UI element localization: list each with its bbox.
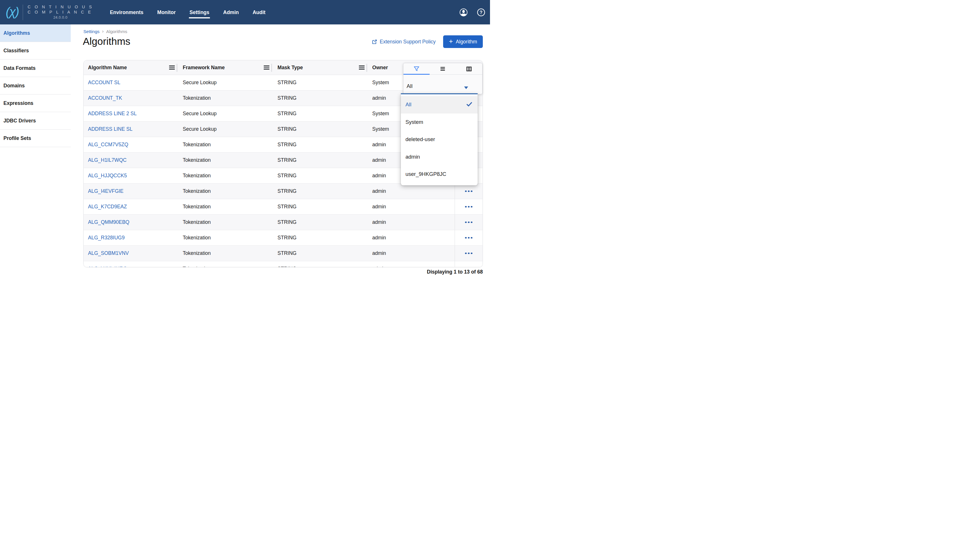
algorithm-name-link[interactable]: ALG_K7CD9EAZ	[84, 199, 177, 214]
add-algorithm-button[interactable]: + Algorithm	[443, 35, 483, 48]
column-menu-icon[interactable]	[264, 65, 270, 70]
row-actions-button[interactable]	[455, 215, 482, 230]
filter-panel-tabs	[404, 63, 482, 75]
filter-option-deleted-user[interactable]: deleted-user	[401, 131, 478, 148]
checkmark-icon	[466, 100, 473, 109]
column-menu-icon[interactable]	[359, 65, 365, 70]
algorithm-name-link[interactable]: ALG_R328IUG9	[84, 230, 177, 245]
navbar-icons: ?	[460, 8, 490, 16]
cell-framework: Tokenization	[177, 199, 272, 214]
nav-item-settings[interactable]: Settings	[189, 7, 210, 18]
app-root: (χ) C O N T I N U O U S C O M P L I A N …	[0, 0, 490, 277]
filter-option-admin[interactable]: admin	[401, 148, 478, 166]
table-row: ALG_I4EVFGIETokenizationSTRINGadmin	[84, 184, 482, 199]
caret-down-icon	[464, 86, 468, 89]
sidebar-item-expressions[interactable]: Expressions	[0, 94, 71, 112]
sidebar-item-algorithms[interactable]: Algorithms	[0, 24, 71, 42]
cell-framework: Secure Lookup	[177, 75, 272, 90]
cell-framework: Tokenization	[177, 137, 272, 152]
cell-mask-type: STRING	[272, 75, 367, 90]
algorithm-name-link[interactable]: ACCOUNT_TK	[84, 91, 177, 106]
algorithm-name-link[interactable]: ALG_V4YL4HRC	[84, 261, 177, 267]
algorithm-name-link[interactable]: ALG_CCM7V5ZQ	[84, 137, 177, 152]
help-icon[interactable]: ?	[477, 8, 485, 16]
tab-list[interactable]	[429, 63, 456, 75]
algorithm-name-link[interactable]: ALG_QMM90EBQ	[84, 215, 177, 230]
breadcrumb-settings-link[interactable]: Settings	[83, 29, 99, 34]
algorithm-name-link[interactable]: ALG_I4EVFGIE	[84, 184, 177, 199]
cell-framework: Tokenization	[177, 184, 272, 199]
cell-owner: admin	[367, 246, 455, 261]
nav-item-admin[interactable]: Admin	[223, 7, 239, 18]
add-algorithm-label: Algorithm	[456, 39, 477, 45]
algorithm-name-link[interactable]: ALG_H1IL7WQC	[84, 153, 177, 168]
nav-item-audit[interactable]: Audit	[252, 7, 266, 18]
sidebar-item-jdbc-drivers[interactable]: JDBC Drivers	[0, 112, 71, 130]
row-actions-button[interactable]	[455, 184, 482, 199]
version-label: 24.0.0.0	[28, 16, 93, 20]
breadcrumb-current: Algorithms	[106, 29, 127, 34]
filter-option-label: System	[405, 119, 423, 125]
top-navbar: (χ) C O N T I N U O U S C O M P L I A N …	[0, 0, 490, 24]
cell-mask-type: STRING	[272, 261, 367, 267]
filter-option-label: All	[405, 102, 412, 108]
table-row: ALG_SOBM1VNVTokenizationSTRINGadmin	[84, 246, 482, 261]
filter-option-system[interactable]: System	[401, 113, 478, 131]
brand-logo: (χ) C O N T I N U O U S C O M P L I A N …	[0, 0, 93, 24]
filter-option-all[interactable]: All	[401, 96, 478, 113]
policy-link-label: Extension Support Policy	[380, 39, 436, 45]
tab-columns[interactable]	[456, 63, 482, 75]
column-menu-icon[interactable]	[169, 65, 175, 70]
nav-item-monitor[interactable]: Monitor	[157, 7, 176, 18]
cell-framework: Secure Lookup	[177, 121, 272, 137]
wordmark-line2: C O M P L I A N C E	[28, 10, 93, 15]
row-actions-button[interactable]	[455, 246, 482, 261]
column-header-label: Mask Type	[278, 65, 303, 71]
cell-mask-type: STRING	[272, 137, 367, 152]
ellipsis-icon	[465, 253, 472, 254]
ellipsis-icon	[465, 221, 472, 223]
algorithm-name-link[interactable]: ADDRESS LINE 2 SL	[84, 106, 177, 121]
columns-icon	[466, 66, 472, 72]
settings-sidebar: AlgorithmsClassifiersData FormatsDomains…	[0, 24, 71, 277]
cell-framework: Tokenization	[177, 153, 272, 168]
algorithm-name-link[interactable]: ALG_HJJQCCK5	[84, 168, 177, 183]
algorithm-name-link[interactable]: ADDRESS LINE SL	[84, 121, 177, 137]
filter-funnel-icon	[413, 65, 420, 72]
column-header-label: Algorithm Name	[88, 65, 127, 71]
sidebar-item-data-formats[interactable]: Data Formats	[0, 59, 71, 77]
row-actions-button[interactable]	[455, 230, 482, 245]
ellipsis-icon	[465, 191, 472, 192]
cell-mask-type: STRING	[272, 246, 367, 261]
cell-framework: Secure Lookup	[177, 106, 272, 121]
extension-support-policy-link[interactable]: Extension Support Policy	[372, 39, 436, 45]
cell-mask-type: STRING	[272, 199, 367, 214]
delphix-logo-icon: (χ)	[6, 5, 19, 19]
column-header-mask-type: Mask Type	[272, 60, 367, 75]
filter-option-label: admin	[405, 154, 420, 160]
algorithm-name-link[interactable]: ACCOUNT SL	[84, 75, 177, 90]
sidebar-item-classifiers[interactable]: Classifiers	[0, 42, 71, 59]
owner-filter-select[interactable]: All	[404, 75, 482, 94]
table-row: ALG_R328IUG9TokenizationSTRINGadmin	[84, 230, 482, 246]
nav-item-environments[interactable]: Environments	[109, 7, 144, 18]
svg-text:?: ?	[480, 10, 482, 15]
account-icon[interactable]	[460, 8, 468, 16]
product-wordmark: C O N T I N U O U S C O M P L I A N C E …	[28, 4, 93, 20]
filter-option-user_9hkgp8jc[interactable]: user_9HKGP8JC	[401, 166, 478, 183]
row-actions-button[interactable]	[455, 261, 482, 267]
cell-framework: Tokenization	[177, 246, 272, 261]
cell-owner: admin	[367, 184, 455, 199]
sidebar-item-domains[interactable]: Domains	[0, 77, 71, 94]
tab-filter[interactable]	[404, 63, 429, 75]
breadcrumb-chevron-icon: ›	[102, 29, 104, 34]
cell-mask-type: STRING	[272, 153, 367, 168]
cell-mask-type: STRING	[272, 230, 367, 245]
table-row: ALG_K7CD9EAZTokenizationSTRINGadmin	[84, 199, 482, 215]
cell-mask-type: STRING	[272, 91, 367, 106]
row-actions-button[interactable]	[455, 199, 482, 214]
sidebar-item-profile-sets[interactable]: Profile Sets	[0, 130, 71, 147]
page-title: Algorithms	[83, 36, 130, 47]
column-filter-panel: All	[403, 63, 482, 94]
algorithm-name-link[interactable]: ALG_SOBM1VNV	[84, 246, 177, 261]
